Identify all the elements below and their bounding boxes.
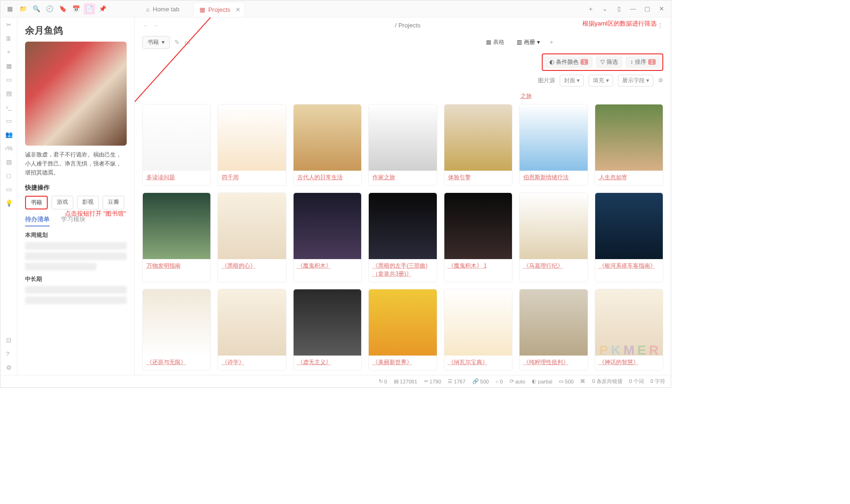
- book-card[interactable]: 伯恩斯新情绪疗法: [519, 104, 588, 186]
- source-dropdown[interactable]: 书籍 ▾: [142, 36, 170, 49]
- book-title[interactable]: 《黑暗的左手(三部曲)（套装共3册)》: [369, 259, 436, 282]
- folder-icon[interactable]: 📁: [17, 3, 29, 15]
- quick-btn-douban[interactable]: 豆瓣: [103, 196, 124, 209]
- more-icon[interactable]: ⋮: [657, 22, 663, 29]
- book-card[interactable]: 人生忽如寄: [595, 104, 663, 186]
- book-title[interactable]: 古代人的日常生活: [294, 171, 361, 185]
- book-title[interactable]: 体验引擎: [444, 171, 512, 185]
- search-icon[interactable]: 🔍: [31, 3, 42, 15]
- book-title[interactable]: 《虚无主义》: [294, 356, 361, 370]
- bookmark-icon[interactable]: ◻: [6, 172, 11, 179]
- book-card[interactable]: 《虚无主义》: [293, 289, 362, 371]
- tools-icon[interactable]: ✂: [6, 21, 11, 28]
- book-card[interactable]: 万物发明指南: [142, 192, 211, 282]
- book-title[interactable]: 《黑暗的心》: [218, 259, 286, 274]
- bookmark-icon[interactable]: 🔖: [57, 3, 69, 15]
- book-title[interactable]: 《诗学》: [218, 356, 286, 370]
- status-backlinks[interactable]: 0 条反向链接: [592, 378, 622, 385]
- option-img-src-select[interactable]: 封面 ▾: [560, 75, 584, 87]
- close-window-icon[interactable]: ✕: [656, 3, 667, 15]
- book-title[interactable]: 伯恩斯新情绪疗法: [520, 171, 587, 185]
- book-title[interactable]: 《神话的智慧》: [595, 356, 663, 370]
- quick-btn-film[interactable]: 影视: [77, 196, 99, 209]
- sidebar-toggle-icon[interactable]: ▦: [4, 3, 16, 15]
- quick-btn-books[interactable]: 书籍: [25, 196, 48, 209]
- book-card[interactable]: 《马嘉理行纪》: [519, 192, 588, 282]
- archive-icon[interactable]: ▤: [6, 90, 12, 97]
- add-view-icon[interactable]: ＋: [548, 38, 555, 46]
- book-card[interactable]: 《魔鬼积木》 1: [444, 192, 512, 282]
- book-title[interactable]: 四千周: [218, 171, 286, 185]
- book-card[interactable]: 古代人的日常生活: [293, 104, 362, 186]
- book-title[interactable]: 《美丽新世界》: [369, 356, 436, 370]
- pin-icon[interactable]: 📌: [97, 3, 108, 15]
- panel-icon[interactable]: ▯: [613, 3, 624, 15]
- book-title[interactable]: 万物发明指南: [143, 259, 210, 274]
- settings-icon[interactable]: ⚙: [6, 364, 12, 371]
- book-title[interactable]: 《纳瓦尔宝典》: [444, 356, 512, 370]
- book-card[interactable]: 《诗学》: [217, 289, 286, 371]
- book-card[interactable]: 《神话的智慧》: [595, 289, 663, 371]
- image-icon[interactable]: ▨: [6, 158, 12, 165]
- book-card[interactable]: 作家之旅: [368, 104, 437, 186]
- book-card[interactable]: 《还原与无限》: [142, 289, 211, 371]
- people-icon[interactable]: 👥: [5, 131, 13, 138]
- tab-home[interactable]: ⌕ Home tab: [140, 2, 193, 17]
- book-title[interactable]: 多读读问题: [143, 171, 210, 185]
- book-card[interactable]: 《纯粹理性批判》: [519, 289, 588, 371]
- clock-icon[interactable]: 🕘: [44, 3, 55, 15]
- book-title[interactable]: 《马嘉理行纪》: [520, 259, 587, 274]
- book-card[interactable]: 《黑暗的左手(三部曲)（套装共3册)》: [368, 192, 437, 282]
- quick-btn-games[interactable]: 游戏: [52, 196, 73, 209]
- graph-icon[interactable]: ⚬: [6, 49, 11, 56]
- book-title[interactable]: 人生忽如寄: [595, 171, 663, 185]
- book-title[interactable]: 《还原与无限》: [143, 356, 210, 370]
- option-fields-select[interactable]: 展示字段 ▾: [618, 75, 653, 87]
- new-tab-icon[interactable]: ＋: [585, 3, 596, 15]
- lightbulb-icon[interactable]: 💡: [5, 200, 13, 207]
- book-card[interactable]: 《银河系搭车客指南》: [595, 192, 663, 282]
- terminal-icon[interactable]: ›_: [6, 104, 12, 111]
- filter-button[interactable]: ▽ 筛选: [596, 56, 623, 68]
- forward-icon[interactable]: →: [152, 22, 158, 29]
- book-card[interactable]: 四千周: [217, 104, 286, 186]
- book-title[interactable]: 《魔鬼积木》: [294, 259, 361, 274]
- gear-icon[interactable]: ⚙: [658, 77, 663, 84]
- book-title[interactable]: 《魔鬼积木》 1: [444, 259, 512, 274]
- minimize-icon[interactable]: —: [627, 3, 639, 15]
- help-icon[interactable]: ?: [6, 350, 12, 357]
- book-title[interactable]: 作家之旅: [369, 171, 436, 185]
- book-card[interactable]: 《黑暗的心》: [217, 192, 286, 282]
- document-icon[interactable]: 📄: [84, 3, 95, 15]
- book-card[interactable]: 体验引擎: [444, 104, 512, 186]
- note-icon[interactable]: 🗎: [6, 35, 12, 42]
- view-gallery-button[interactable]: ▥ 画册 ▾: [513, 36, 544, 48]
- chevron-down-icon[interactable]: ⌄: [599, 3, 610, 15]
- filter-color-button[interactable]: ◐ 条件颜色 1: [545, 56, 593, 68]
- maximize-icon[interactable]: ▢: [642, 3, 653, 15]
- stub-link[interactable]: 之旅: [520, 93, 532, 99]
- view-table-button[interactable]: ▦ 表格: [482, 36, 508, 48]
- book-card[interactable]: 《魔鬼积木》: [293, 192, 362, 282]
- close-icon[interactable]: ✕: [235, 6, 241, 13]
- book-card[interactable]: 《美丽新世界》: [368, 289, 437, 371]
- book-card[interactable]: 多读读问题: [142, 104, 211, 186]
- book-title[interactable]: 《银河系搭车客指南》: [595, 259, 663, 274]
- back-icon[interactable]: ←: [142, 22, 148, 29]
- window-icon[interactable]: ▭: [6, 186, 12, 193]
- grid-icon[interactable]: ▦: [6, 62, 12, 70]
- sort-button[interactable]: ↕ 排序 1: [625, 56, 660, 68]
- tab-projects[interactable]: ▦ Projects ✕: [193, 2, 245, 17]
- sidebar-tab-todo[interactable]: 待办清单: [25, 215, 50, 226]
- edit-icon[interactable]: ✎: [174, 39, 180, 46]
- layout-icon[interactable]: ▭: [6, 117, 12, 124]
- book-card[interactable]: 《纳瓦尔宝典》: [444, 289, 512, 371]
- folder-icon[interactable]: ▭: [184, 39, 190, 46]
- vault-icon[interactable]: ⊡: [6, 337, 12, 344]
- book-title[interactable]: 《纯粹理性批判》: [520, 356, 587, 370]
- calendar-icon[interactable]: 📅: [70, 3, 82, 15]
- code-icon[interactable]: ‹%: [5, 145, 13, 152]
- sidebar-tab-study[interactable]: 学习模块: [61, 215, 86, 226]
- option-fill-select[interactable]: 填充 ▾: [589, 75, 613, 87]
- calendar-icon[interactable]: ▭: [6, 76, 12, 83]
